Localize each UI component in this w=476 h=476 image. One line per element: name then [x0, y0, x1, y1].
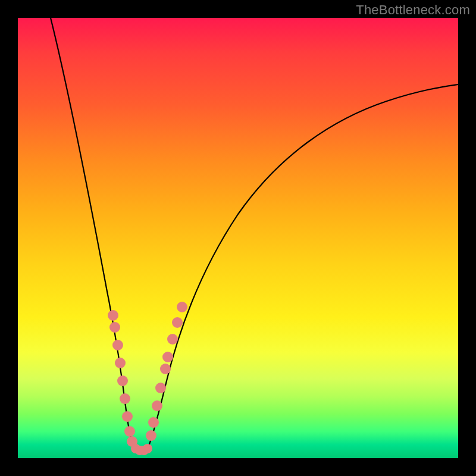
dot-right — [162, 352, 173, 362]
plot-area — [18, 18, 458, 458]
dot-left — [117, 375, 128, 386]
curve-group — [51, 18, 458, 452]
dot-left — [120, 393, 130, 404]
dot-left — [122, 411, 133, 422]
dot-left — [124, 426, 135, 437]
dot-right — [152, 400, 162, 411]
dot-right — [148, 417, 159, 428]
dot-right — [167, 334, 178, 345]
watermark-text: TheBottleneck.com — [356, 2, 470, 18]
dot-left — [112, 340, 123, 350]
dot-left — [108, 310, 118, 321]
dot-left — [109, 322, 120, 333]
dot-valley — [143, 444, 152, 453]
marker-dots — [108, 302, 187, 455]
chart-frame: TheBottleneck.com — [0, 0, 476, 476]
dot-left — [115, 358, 126, 368]
dot-right — [155, 383, 166, 393]
dot-right — [172, 317, 183, 328]
curve-right-limb — [148, 84, 458, 449]
dot-right — [146, 430, 156, 441]
dot-right — [160, 364, 171, 374]
dot-right — [177, 302, 187, 312]
chart-svg — [18, 18, 458, 458]
